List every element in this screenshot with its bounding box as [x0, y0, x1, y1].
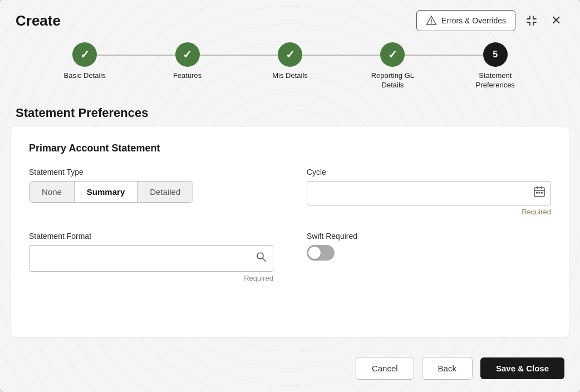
cycle-required-text: Required — [307, 208, 551, 216]
warning-icon — [426, 15, 437, 26]
svg-line-10 — [263, 258, 266, 261]
statement-format-label: Statement Format — [29, 232, 273, 241]
step-reporting-gl: ✓ Reporting GL Details — [341, 42, 444, 90]
svg-rect-6 — [536, 192, 538, 194]
back-button[interactable]: Back — [422, 357, 473, 380]
create-modal: Create Errors & Overrides — [0, 0, 580, 392]
step-circle-2: ✓ — [175, 42, 200, 67]
modal-inner: Create Errors & Overrides — [0, 0, 580, 392]
step-label-2: Features — [173, 71, 201, 81]
modal-header: Create Errors & Overrides — [0, 0, 580, 37]
statement-preferences-card: Primary Account Statement Statement Type… — [11, 127, 569, 337]
checkmark-3: ✓ — [286, 48, 295, 61]
close-button[interactable]: ✕ — [548, 10, 564, 31]
swift-required-toggle[interactable] — [307, 245, 335, 261]
stmt-none-button[interactable]: None — [30, 182, 75, 202]
swift-required-group: Swift Required — [307, 232, 551, 261]
modal-title: Create — [16, 12, 61, 30]
cycle-input-wrap — [307, 181, 551, 205]
statement-type-label: Statement Type — [29, 168, 273, 177]
modal-footer: Cancel Back Save & Close — [0, 348, 580, 392]
step-number-5: 5 — [493, 50, 498, 60]
save-close-button[interactable]: Save & Close — [480, 357, 564, 379]
step-circle-1: ✓ — [72, 42, 97, 67]
step-circle-5: 5 — [483, 42, 508, 67]
stmt-detailed-button[interactable]: Detailed — [137, 182, 193, 202]
card-title: Primary Account Statement — [29, 143, 551, 154]
cycle-input[interactable] — [307, 181, 551, 205]
search-icon-button[interactable] — [253, 249, 269, 267]
step-features: ✓ Features — [136, 42, 238, 81]
header-actions: Errors & Overrides ✕ — [416, 10, 564, 31]
checkmark-2: ✓ — [183, 48, 192, 61]
section-title: Statement Preferences — [0, 101, 580, 127]
step-label-1: Basic Details — [64, 71, 106, 81]
stepper: ✓ Basic Details ✓ Features ✓ Mis Details — [0, 37, 580, 101]
svg-rect-7 — [539, 192, 540, 194]
step-mis-details: ✓ Mis Details — [239, 42, 341, 81]
form-row-2: Statement Format Required Sw — [29, 232, 551, 282]
svg-rect-8 — [541, 192, 543, 194]
statement-type-group: Statement Type None Summary Detailed — [29, 168, 273, 203]
statement-format-group: Statement Format Required — [29, 232, 273, 282]
format-input-wrap — [29, 245, 273, 272]
errors-btn-label: Errors & Overrides — [441, 16, 506, 25]
format-required-text: Required — [29, 274, 273, 282]
form-row-1: Statement Type None Summary Detailed Cyc… — [29, 168, 551, 216]
step-label-5: Statement Preferences — [462, 71, 529, 90]
checkmark-4: ✓ — [388, 48, 397, 61]
step-circle-3: ✓ — [278, 42, 302, 67]
cycle-label: Cycle — [307, 168, 551, 177]
svg-point-9 — [257, 253, 263, 259]
cycle-group: Cycle — [307, 168, 551, 216]
compress-button[interactable] — [522, 11, 541, 30]
step-label-3: Mis Details — [272, 71, 308, 81]
step-basic-details: ✓ Basic Details — [33, 42, 136, 81]
calendar-icon-button[interactable] — [531, 183, 548, 203]
cancel-button[interactable]: Cancel — [356, 357, 414, 380]
svg-point-1 — [431, 23, 432, 24]
checkmark-1: ✓ — [80, 48, 90, 61]
statement-format-input[interactable] — [29, 245, 273, 272]
errors-overrides-button[interactable]: Errors & Overrides — [416, 10, 515, 31]
statement-type-toggle: None Summary Detailed — [29, 181, 193, 203]
step-circle-4: ✓ — [380, 42, 405, 67]
stmt-summary-button[interactable]: Summary — [75, 182, 137, 202]
step-statement-preferences: 5 Statement Preferences — [444, 42, 547, 90]
step-label-4: Reporting GL Details — [359, 71, 426, 90]
swift-required-label: Swift Required — [307, 232, 551, 241]
toggle-knob — [308, 247, 321, 259]
